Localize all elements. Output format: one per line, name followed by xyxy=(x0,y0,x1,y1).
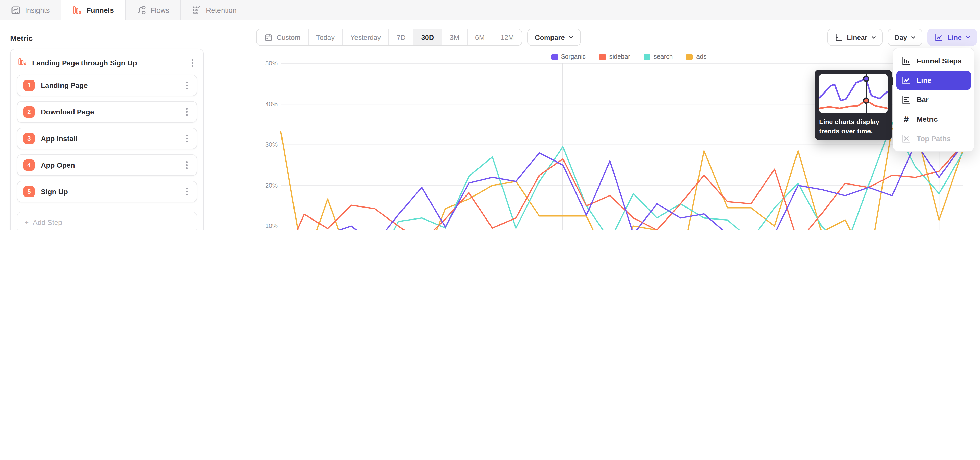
date-range-7d[interactable]: 7D xyxy=(389,29,414,45)
y-axis-tick: 40% xyxy=(256,101,278,108)
report-tab-bar: Insights Funnels Flows Retention xyxy=(0,0,980,21)
legend-swatch xyxy=(686,53,693,60)
step-label: Download Page xyxy=(41,108,177,116)
date-range-12m[interactable]: 12M xyxy=(493,29,522,45)
funnel-step-5[interactable]: 5 Sign Up xyxy=(17,181,197,203)
plus-icon: + xyxy=(24,218,29,227)
tab-label: Insights xyxy=(25,6,50,14)
step-label: App Open xyxy=(41,161,177,169)
step-label: Sign Up xyxy=(41,188,177,196)
legend-item-sidebar[interactable]: sidebar xyxy=(599,53,630,60)
query-builder-sidebar: Metric Landing Page through Sign Up 1 La… xyxy=(0,21,215,230)
step-kebab-menu[interactable] xyxy=(183,161,190,169)
legend-swatch xyxy=(643,53,650,60)
date-range-3m[interactable]: 3M xyxy=(442,29,468,45)
app-window: Insights Funnels Flows Retention Metric xyxy=(0,0,980,230)
step-kebab-menu[interactable] xyxy=(183,108,190,116)
y-axis-tick: 20% xyxy=(256,182,278,189)
legend-item-search[interactable]: search xyxy=(643,53,673,60)
y-axis-tick: 50% xyxy=(256,60,278,67)
granularity-dropdown[interactable]: Day xyxy=(888,29,923,46)
step-number-badge: 4 xyxy=(24,160,35,171)
menu-item-line[interactable]: Line xyxy=(896,70,971,90)
tab-label: Flows xyxy=(151,6,169,14)
tooltip-chart-preview xyxy=(819,74,888,113)
date-range-30d[interactable]: 30D xyxy=(414,29,442,45)
funnel-step-2[interactable]: 2 Download Page xyxy=(17,101,197,123)
chevron-down-icon xyxy=(569,36,573,39)
chart-type-menu: Funnel StepsLineBar#MetricTop Paths xyxy=(893,48,974,152)
flows-icon xyxy=(137,5,146,14)
funnel-step-3[interactable]: 3 App Install xyxy=(17,128,197,149)
metric-kebab-menu[interactable] xyxy=(189,59,196,67)
tab-funnels[interactable]: Funnels xyxy=(62,0,126,21)
tab-retention[interactable]: Retention xyxy=(181,0,248,20)
step-number-badge: 3 xyxy=(24,133,35,144)
scale-dropdown[interactable]: Linear xyxy=(827,29,883,46)
date-range-yesterday[interactable]: Yesterday xyxy=(343,29,389,45)
step-label: Landing Page xyxy=(41,81,177,89)
tab-label: Retention xyxy=(206,6,237,14)
legend-item-organic[interactable]: $organic xyxy=(551,53,586,60)
date-range-custom[interactable]: Custom xyxy=(257,29,309,45)
line-chart-icon xyxy=(934,33,943,42)
menu-item-top-paths: Top Paths xyxy=(896,129,971,148)
insights-icon xyxy=(11,5,21,14)
retention-icon xyxy=(192,5,201,14)
metric-heading: Metric xyxy=(10,34,204,42)
funnel-step-4[interactable]: 4 App Open xyxy=(17,154,197,176)
date-range-6m[interactable]: 6M xyxy=(468,29,493,45)
calendar-icon xyxy=(264,33,272,42)
compare-button[interactable]: Compare xyxy=(527,29,581,46)
chart-controls-row: CustomTodayYesterday7D30D3M6M12M Compare… xyxy=(256,29,977,46)
step-kebab-menu[interactable] xyxy=(183,134,190,142)
chart-legend: $organicsidebarsearchads xyxy=(281,53,977,60)
add-step-button[interactable]: + Add Step xyxy=(17,212,197,230)
date-range-today[interactable]: Today xyxy=(309,29,343,45)
funnel-steps-icon xyxy=(901,56,911,65)
metric-card: Landing Page through Sign Up 1 Landing P… xyxy=(10,49,204,230)
funnel-metric-icon xyxy=(18,57,27,69)
tab-insights[interactable]: Insights xyxy=(0,0,62,20)
chart-type-tooltip: Line charts display trends over time. xyxy=(815,70,892,140)
metric-icon: # xyxy=(901,114,911,124)
y-axis-tick: 10% xyxy=(256,223,278,230)
bar-icon xyxy=(901,95,911,104)
funnel-steps-list: 1 Landing Page 2 Download Page 3 App Ins… xyxy=(17,75,197,203)
tab-label: Funnels xyxy=(86,6,114,14)
chart-type-dropdown[interactable]: Line xyxy=(928,29,977,46)
top-paths-icon xyxy=(901,134,911,143)
step-kebab-menu[interactable] xyxy=(183,188,190,196)
step-kebab-menu[interactable] xyxy=(183,81,190,89)
date-range-segmented-control: CustomTodayYesterday7D30D3M6M12M xyxy=(256,29,522,46)
funnel-step-1[interactable]: 1 Landing Page xyxy=(17,75,197,96)
step-number-badge: 1 xyxy=(24,80,35,91)
y-axis-tick: 30% xyxy=(256,141,278,148)
legend-item-ads[interactable]: ads xyxy=(686,53,706,60)
step-number-badge: 2 xyxy=(24,106,35,118)
line-icon xyxy=(901,75,911,85)
legend-swatch xyxy=(599,53,606,60)
chevron-down-icon xyxy=(911,36,916,39)
linear-scale-icon xyxy=(834,33,843,42)
funnels-icon xyxy=(73,5,82,14)
step-number-badge: 5 xyxy=(24,186,35,197)
chevron-down-icon xyxy=(872,36,876,39)
menu-item-bar[interactable]: Bar xyxy=(896,90,971,109)
step-label: App Install xyxy=(41,134,177,142)
metric-title: Landing Page through Sign Up xyxy=(32,59,184,67)
chevron-down-icon xyxy=(966,36,970,39)
legend-swatch xyxy=(551,53,558,60)
menu-item-funnel-steps[interactable]: Funnel Steps xyxy=(896,51,971,70)
tab-flows[interactable]: Flows xyxy=(126,0,181,20)
tab-bar-spacer xyxy=(248,0,980,20)
menu-item-metric[interactable]: #Metric xyxy=(896,109,971,129)
tooltip-text: Line charts display trends over time. xyxy=(819,118,888,136)
